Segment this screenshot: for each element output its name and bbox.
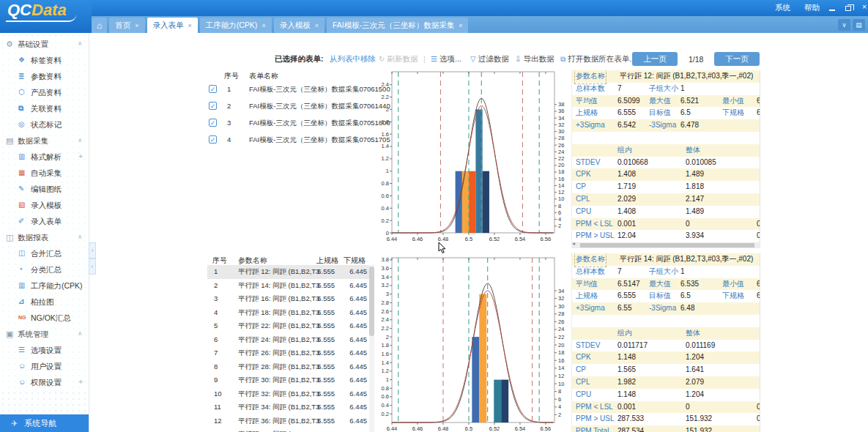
sidebar-item-标签资料[interactable]: ❖标签资料 [0, 52, 89, 68]
params-scrollbar[interactable] [369, 265, 374, 432]
cpk-icon: ▥ [18, 278, 25, 294]
metric-extra-value: 0 [757, 413, 760, 425]
tab-entry-form[interactable]: 录入表单× [147, 18, 198, 33]
sidebar-item-录入表单[interactable]: ✐录入表单 [0, 213, 89, 229]
tab-close-icon[interactable]: × [315, 22, 319, 29]
tab-list-button[interactable]: ▤ [853, 19, 865, 31]
param-row[interactable]: 13平行距 38: 间距 (B1,B2,T3...6.5556.445 [207, 428, 369, 432]
sidebar-item-合并汇总[interactable]: ◫合并汇总 [0, 245, 89, 261]
checkbox-checked-icon[interactable]: ✓ [209, 119, 217, 127]
export-data-button[interactable]: ⇩导出数据 [515, 53, 554, 64]
sidebar-section-数据报表[interactable]: ◫数据报表∧ [0, 229, 89, 245]
tab-close-icon[interactable]: × [135, 22, 138, 29]
sidebar-item-label: 录入模板 [31, 201, 62, 209]
chevron-up-icon[interactable]: ∧ [78, 229, 82, 245]
tab-close-icon[interactable]: × [459, 22, 462, 29]
sidebar-section-系统管理[interactable]: ▣系统管理∧ [0, 326, 89, 342]
stats-row: CP1.5651.641 [572, 364, 760, 376]
form-row[interactable]: ✓1FAI模板-三次元（三坐标）数据采集07061500 [207, 81, 383, 97]
param-row[interactable]: 7平行距 26: 间距 (B1,B2,T3...6.5556.445 [207, 346, 369, 360]
param-row[interactable]: 11平行距 34: 间距 (B1,B2,T3...6.5556.445 [207, 401, 369, 414]
param-row[interactable]: 4平行距 18: 间距 (B1,B2,T3...6.5556.445 [207, 306, 369, 320]
sidebar-item-录入模板[interactable]: ▧录入模板 [0, 197, 89, 213]
stat-value: 6 [757, 290, 760, 302]
param-row[interactable]: 1平行距 12: 间距 (B1,B2,T3...6.5556.445 [207, 265, 369, 279]
param-row[interactable]: 3平行距 16: 间距 (B1,B2,T3...6.5556.445 [207, 292, 369, 306]
param-row[interactable]: 5平行距 22: 间距 (B1,B2,T3...6.5556.445 [207, 319, 369, 333]
metric-within-value: 287.534 [617, 425, 644, 432]
stats-hscrollbar[interactable]: ◂ [571, 242, 760, 248]
tab-entry-template[interactable]: 录入模板× [274, 18, 324, 33]
sidebar-item-NG/OK汇总[interactable]: NGNG/OK汇总 [0, 310, 89, 326]
params-scrollbar-thumb[interactable] [369, 267, 374, 336]
form-row-name: FAI模板-三次元（三坐标）数据采集07051800 [249, 114, 390, 131]
close-button[interactable]: × [858, 2, 868, 11]
svg-text:6.54: 6.54 [515, 236, 526, 242]
form-row[interactable]: ✓2FAI模板-三次元（三坐标）数据采集07061440 [207, 97, 383, 114]
pareto-icon: ⊿ [18, 294, 24, 310]
sidebar-item-柏拉图[interactable]: ⊿柏拉图 [0, 294, 89, 310]
sidebar-item-工序能力(CPK)[interactable]: ▥工序能力(CPK) [0, 278, 89, 294]
sidebar-item-关联资料[interactable]: ⧉关联资料 [0, 100, 89, 116]
form-row[interactable]: ✓3FAI模板-三次元（三坐标）数据采集07051800 [207, 114, 383, 131]
filter-data-button[interactable]: ▽过滤数据 [470, 53, 509, 64]
options-button[interactable]: ☰选项... [431, 53, 461, 64]
tab-close-icon[interactable]: × [261, 22, 265, 29]
open-source-form-button[interactable]: ⧉打开数据所在表单... [560, 53, 636, 64]
plus-icon[interactable]: + [78, 374, 83, 390]
param-row[interactable]: 10平行距 32: 间距 (B1,B2,T3...6.5556.445 [207, 387, 369, 401]
svg-text:1.2: 1.2 [382, 155, 389, 162]
expand-panel-button[interactable]: ‹ [89, 258, 96, 275]
tab-home[interactable]: ⌂ [92, 18, 107, 33]
next-page-button[interactable]: 下一页 [714, 52, 760, 66]
tab-homepage[interactable]: 首页× [109, 18, 144, 33]
form-row[interactable]: ✓4FAI模板-三次元（三坐标）数据采集07051705 [207, 131, 383, 148]
sidebar-section-数据采集[interactable]: ▤数据采集∧ [0, 133, 89, 149]
sidebar-item-权限设置[interactable]: ☺权限设置+ [0, 374, 89, 390]
chevron-up-icon[interactable]: ∧ [78, 326, 82, 342]
histogram-chart-top: 6.446.466.486.56.526.546.5600.20.40.60.8… [376, 66, 572, 247]
menu-system[interactable]: 系统 [775, 3, 790, 13]
tab-scroll-button[interactable]: ∨ [838, 19, 850, 31]
collapse-panel-button[interactable]: › [89, 242, 96, 258]
svg-text:6.56: 6.56 [541, 236, 552, 242]
tab-cpk[interactable]: 工序能力(CPK)× [200, 18, 272, 33]
metric-overall-value: 1.204 [686, 351, 704, 364]
param-row[interactable]: 12平行距 36: 间距 (B1,B2,T3...6.5556.445 [207, 414, 369, 428]
remove-from-list-button[interactable]: 从列表中移除 [330, 53, 376, 64]
sidebar-item-自动采集[interactable]: ▦自动采集 [0, 165, 89, 181]
prev-page-button[interactable]: 上一页 [632, 52, 678, 66]
menu-help[interactable]: 帮助 [804, 3, 820, 13]
sidebar-item-状态标记[interactable]: ◎状态标记 [0, 116, 89, 133]
sidebar-section-基础设置[interactable]: ⚙基础设置∧ [0, 36, 89, 52]
sidebar-item-选项设置[interactable]: ☰选项设置 [0, 342, 89, 358]
stat-label-param-name: 参数名称 [576, 70, 605, 83]
sidebar-footer-label: 系统导航 [24, 418, 56, 429]
sidebar-item-产品资料[interactable]: ⬡产品资料 [0, 84, 89, 100]
param-row[interactable]: 2平行距 14: 间距 (B1,B2,T3...6.5556.445 [207, 279, 369, 293]
chevron-up-icon[interactable]: ∧ [78, 133, 82, 149]
param-row[interactable]: 6平行距 24: 间距 (B1,B2,T3...6.5556.445 [207, 333, 369, 347]
stat-label: 上规格 [576, 290, 598, 302]
chevron-up-icon[interactable]: ∧ [78, 36, 82, 52]
tab-close-icon[interactable]: × [188, 22, 192, 29]
param-row[interactable]: 8平行距 28: 间距 (B1,B2,T3...6.5556.445 [207, 360, 369, 374]
plus-icon[interactable]: + [78, 149, 83, 165]
open-folder-icon: ⧉ [560, 55, 565, 63]
sidebar-item-格式解析[interactable]: ▥格式解析+ [0, 149, 89, 165]
stat-value: 6.535 [680, 278, 699, 291]
sidebar-item-编辑图纸[interactable]: ✎编辑图纸 [0, 181, 89, 197]
sidebar-item-参数资料[interactable]: ≣参数资料 [0, 68, 89, 84]
stats-hscrollbar-thumb[interactable] [580, 243, 754, 247]
sidebar-footer-nav[interactable]: ✈ 系统导航 [0, 414, 89, 432]
checkbox-checked-icon[interactable]: ✓ [209, 102, 217, 110]
sidebar-item-用户设置[interactable]: ☺用户设置 [0, 358, 89, 374]
checkbox-checked-icon[interactable]: ✓ [209, 85, 217, 93]
params-header-usl: 上规格 [316, 256, 338, 266]
tab-fai-template[interactable]: FAI模板-三次元（三坐标）数据采集× [327, 18, 469, 33]
scroll-left-arrow-icon[interactable]: ◂ [572, 240, 575, 247]
checkbox-checked-icon[interactable]: ✓ [209, 135, 217, 144]
sidebar-item-分类汇总[interactable]: ◔分类汇总 [0, 261, 89, 278]
svg-text:1.6: 1.6 [382, 131, 389, 138]
param-row[interactable]: 9平行距 30: 间距 (B1,B2,T3...6.5556.445 [207, 373, 369, 387]
